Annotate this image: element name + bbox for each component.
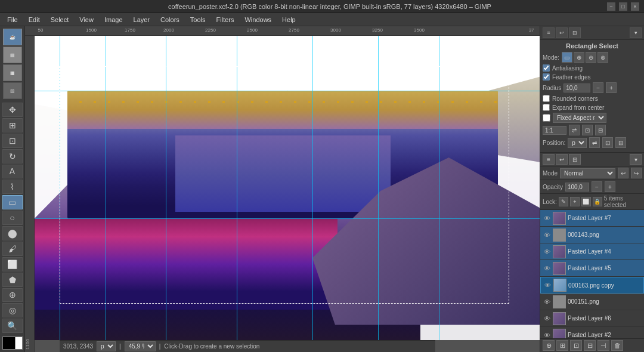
menu-file[interactable]: File <box>2 15 23 24</box>
align-tool-button[interactable]: ⊞ <box>2 118 23 132</box>
antialiasing-checkbox[interactable] <box>543 64 550 72</box>
minimize-button[interactable]: − <box>607 2 615 11</box>
ratio-copy-button[interactable]: ⊡ <box>582 125 593 135</box>
opacity-plus-button[interactable]: + <box>605 181 615 192</box>
opacity-input[interactable] <box>565 183 589 192</box>
eye-icon-1[interactable]: 👁 <box>543 214 551 223</box>
position-btn3[interactable]: ⊟ <box>615 137 626 148</box>
layer-item-2[interactable]: 👁 000143.png <box>540 227 644 243</box>
channels-tab-button[interactable]: ⊟ <box>569 154 581 165</box>
menu-edit[interactable]: Edit <box>24 15 45 24</box>
lock-position-button[interactable]: + <box>570 197 580 206</box>
ratio-options-button[interactable]: ⊟ <box>595 125 606 135</box>
position-unit-select[interactable]: px <box>568 138 587 148</box>
menu-colors[interactable]: Colors <box>156 15 184 24</box>
new-layer-button[interactable]: ⊕ <box>543 340 555 351</box>
move-tool-button[interactable]: ✥ <box>2 103 23 117</box>
panel-undo-icon[interactable]: ↩ <box>556 27 568 38</box>
tool-preview-1[interactable]: ☕ <box>3 29 22 45</box>
panel-channels-icon[interactable]: ⊟ <box>569 27 581 38</box>
radius-plus-button[interactable]: + <box>606 82 617 93</box>
panel-menu-icon[interactable]: ▾ <box>630 27 642 38</box>
ellipse-tool-button[interactable]: ○ <box>2 211 23 225</box>
position-btn2[interactable]: ⊡ <box>602 137 613 148</box>
layers-list[interactable]: 👁 Pasted Layer #7 👁 000143.png 👁 Pasted … <box>540 210 644 338</box>
new-group-button[interactable]: ⊞ <box>556 340 568 351</box>
titlebar-controls[interactable]: − □ × <box>607 2 639 11</box>
layer-item-3[interactable]: 👁 Pasted Layer #4 <box>540 243 644 260</box>
radius-minus-button[interactable]: − <box>593 82 603 93</box>
transform-tool-button[interactable]: ↻ <box>2 149 23 163</box>
opacity-minus-button[interactable]: − <box>592 181 602 192</box>
layer-item-6[interactable]: 👁 000151.png <box>540 294 644 310</box>
mode-intersect-button[interactable]: ⊗ <box>597 52 608 63</box>
clone-tool-button[interactable]: ⊕ <box>2 288 23 302</box>
menu-view[interactable]: View <box>75 15 98 24</box>
lock-alpha-button[interactable]: ⬜ <box>581 197 591 206</box>
menu-windows[interactable]: Windows <box>240 15 276 24</box>
radius-input[interactable] <box>564 84 590 92</box>
expand-center-checkbox[interactable] <box>543 104 550 111</box>
undo-tab-button[interactable]: ↩ <box>556 154 568 165</box>
paint-tool-button[interactable]: 🖌 <box>2 242 23 256</box>
layer-item-7[interactable]: 👁 Pasted Layer #6 <box>540 310 644 327</box>
maximize-button[interactable]: □ <box>619 2 627 11</box>
ratio-swap-button[interactable]: ⇌ <box>569 125 580 135</box>
text-tool-button[interactable]: A <box>2 165 23 179</box>
close-button[interactable]: × <box>631 2 639 11</box>
fill-tool-button[interactable]: ⬟ <box>2 273 23 287</box>
layers-menu-button[interactable]: ▾ <box>630 154 642 165</box>
tool-preview-3[interactable]: ▦ <box>3 64 22 81</box>
merge-layers-button[interactable]: ⊟ <box>584 340 596 351</box>
position-btn1[interactable]: ⇌ <box>589 137 600 148</box>
layer-item-5[interactable]: 👁 000163.png copy <box>540 277 644 294</box>
eraser-tool-button[interactable]: ⬜ <box>2 257 23 271</box>
lock-all-button[interactable]: 🔒 <box>593 197 602 206</box>
eye-icon-4[interactable]: 👁 <box>543 264 551 273</box>
fixed-select[interactable]: Fixed Aspect ratio Fixed Size Fixed Widt… <box>553 113 606 123</box>
menu-filters[interactable]: Filters <box>212 15 239 24</box>
mode-add-button[interactable]: ⊕ <box>574 52 584 63</box>
menu-layer[interactable]: Layer <box>129 15 155 24</box>
eye-icon-7[interactable]: 👁 <box>543 314 551 323</box>
menu-help[interactable]: Help <box>277 15 301 24</box>
unit-select[interactable]: px <box>97 341 116 351</box>
mode-new-button[interactable]: ▭ <box>562 52 572 63</box>
zoom-select[interactable]: 45,9 % <box>125 341 156 351</box>
tool-preview-2[interactable]: ▤ <box>3 47 22 63</box>
eye-icon-5[interactable]: 👁 <box>543 281 552 289</box>
eye-icon-8[interactable]: 👁 <box>543 331 551 339</box>
foreground-color-swatch[interactable] <box>2 336 16 350</box>
layers-undo-button[interactable]: ↩ <box>618 168 628 178</box>
tool-preview-4[interactable]: ▧ <box>3 82 22 99</box>
lock-pixels-button[interactable]: ✎ <box>559 197 568 206</box>
artwork[interactable] <box>35 36 540 340</box>
eye-icon-3[interactable]: 👁 <box>543 248 551 256</box>
layer-item-4[interactable]: 👁 Pasted Layer #5 <box>540 260 644 277</box>
anchor-layer-button[interactable]: ⊣ <box>597 340 609 351</box>
zoom-tool-button[interactable]: 🔍 <box>2 319 23 333</box>
layers-mode-select[interactable]: Normal Multiply Screen Overlay <box>560 168 615 178</box>
crop-tool-button[interactable]: ⊡ <box>2 134 23 148</box>
path-tool-button[interactable]: ⌇ <box>2 180 23 194</box>
ratio-input[interactable] <box>543 126 566 135</box>
menu-image[interactable]: Image <box>100 15 128 24</box>
canvas-area[interactable]: 50 1500 1750 2000 2250 2500 2750 3000 32… <box>25 26 540 352</box>
menu-tools[interactable]: Tools <box>185 15 210 24</box>
rect-select-tool-button[interactable]: ▭ <box>2 195 23 209</box>
mode-subtract-button[interactable]: ⊖ <box>586 52 596 63</box>
layers-redo-button[interactable]: ↪ <box>631 168 642 178</box>
layer-item-8[interactable]: 👁 Pasted Layer #2 <box>540 327 644 338</box>
fixed-checkbox[interactable] <box>543 114 550 122</box>
lasso-tool-button[interactable]: ⬤ <box>2 226 23 240</box>
layers-tab-button[interactable]: ≡ <box>543 154 555 165</box>
canvas-viewport[interactable]: 3013, 2343 px | 45,9 % | Click-Drag to c… <box>35 36 540 352</box>
delete-layer-button[interactable]: 🗑 <box>611 340 623 351</box>
eye-icon-2[interactable]: 👁 <box>543 231 551 239</box>
menu-select[interactable]: Select <box>46 15 74 24</box>
blur-tool-button[interactable]: ◎ <box>2 303 23 317</box>
duplicate-layer-button[interactable]: ⊡ <box>570 340 582 351</box>
rounded-corners-checkbox[interactable] <box>543 95 550 102</box>
feather-checkbox[interactable] <box>543 73 550 81</box>
panel-layers-icon[interactable]: ≡ <box>543 27 555 38</box>
